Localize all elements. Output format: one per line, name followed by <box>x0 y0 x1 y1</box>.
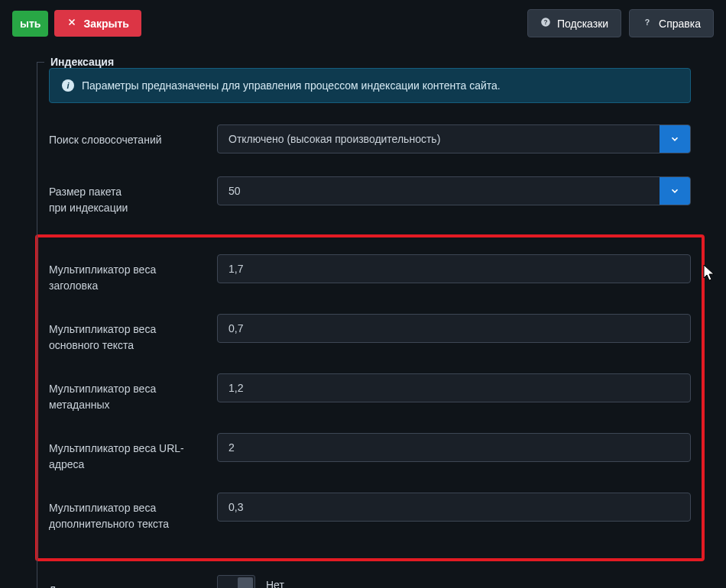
mult-meta-input[interactable] <box>217 373 691 402</box>
help-button-label: Справка <box>659 18 701 30</box>
top-toolbar: ыть Закрыть ? Подсказки ? Справка <box>0 0 726 47</box>
mult-extra-label: Мультипликатор веса дополнительного текс… <box>49 493 202 532</box>
info-icon: i <box>62 79 74 92</box>
indexing-fieldset: Индексация i Параметры предназначены для… <box>37 53 703 588</box>
mult-body-label: Мультипликатор веса основного текста <box>49 314 202 354</box>
mult-url-label: Мультипликатор веса URL-адреса <box>49 433 202 473</box>
info-panel: i Параметры предназначены для управления… <box>49 68 691 103</box>
phrase-search-value: Отключено (высокая производительность) <box>218 125 660 153</box>
svg-text:?: ? <box>645 18 650 27</box>
batch-size-select[interactable]: 50 <box>217 176 691 205</box>
log-all-toggle[interactable] <box>217 575 255 588</box>
fieldset-legend: Индексация <box>47 56 117 68</box>
close-icon <box>66 17 77 30</box>
save-button-label: ыть <box>20 18 41 30</box>
mult-body-input[interactable] <box>217 314 691 343</box>
hints-button-label: Подсказки <box>557 18 608 30</box>
highlight-box: Мультипликатор веса заголовка Мультиплик… <box>35 234 705 561</box>
save-button[interactable]: ыть <box>12 11 48 37</box>
mult-extra-input[interactable] <box>217 493 691 522</box>
info-text: Параметры предназначены для управления п… <box>82 79 501 92</box>
log-all-state: Нет <box>266 579 284 588</box>
chevron-down-icon <box>660 125 690 153</box>
mult-title-input[interactable] <box>217 254 691 283</box>
phrase-search-label: Поиск словосочетаний <box>49 124 202 148</box>
close-button-label: Закрыть <box>83 18 129 30</box>
phrase-search-select[interactable]: Отключено (высокая производительность) <box>217 124 691 153</box>
mult-title-label: Мультипликатор веса заголовка <box>49 254 202 294</box>
mult-url-input[interactable] <box>217 433 691 462</box>
chevron-down-icon <box>660 177 690 205</box>
help-button[interactable]: ? Справка <box>629 9 714 37</box>
close-button[interactable]: Закрыть <box>54 10 141 37</box>
question-circle-icon: ? <box>540 17 551 30</box>
svg-text:?: ? <box>543 19 547 26</box>
batch-size-value: 50 <box>218 177 660 205</box>
batch-size-label: Размер пакета при индексации <box>49 176 202 216</box>
hints-button[interactable]: ? Подсказки <box>527 9 621 37</box>
mult-meta-label: Мультипликатор веса метаданных <box>49 373 202 413</box>
log-all-label: Логировать все <box>49 575 202 588</box>
question-icon: ? <box>642 17 653 30</box>
toggle-handle <box>238 577 253 588</box>
